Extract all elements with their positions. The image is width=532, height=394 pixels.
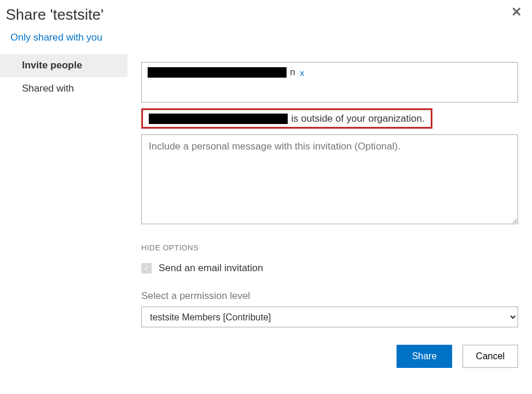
hide-options-toggle[interactable]: HIDE OPTIONS <box>141 243 518 252</box>
dialog-title: Share 'testsite' <box>6 6 104 24</box>
sidebar: Invite people Shared with <box>0 54 127 368</box>
permission-level-label: Select a permission level <box>141 290 518 302</box>
sidebar-item-invite[interactable]: Invite people <box>0 54 127 77</box>
email-invitation-label: Send an email invitation <box>159 262 263 274</box>
sidebar-item-shared-with[interactable]: Shared with <box>0 77 127 100</box>
share-status-link[interactable]: Only shared with you <box>10 32 102 43</box>
share-button[interactable]: Share <box>397 345 452 368</box>
permission-level-select[interactable]: testsite Members [Contribute] <box>141 307 518 327</box>
redacted-email <box>149 114 288 124</box>
button-row: Share Cancel <box>141 345 518 368</box>
content-panel: n x is outside of your organization. HID… <box>127 54 532 368</box>
people-picker[interactable]: n x <box>141 62 518 103</box>
redacted-name <box>148 67 287 78</box>
external-warning: is outside of your organization. <box>141 108 432 129</box>
email-invitation-row: ✓ Send an email invitation <box>141 262 518 274</box>
cancel-button[interactable]: Cancel <box>463 345 518 368</box>
warning-text: is outside of your organization. <box>291 113 425 125</box>
personal-message-input[interactable] <box>141 134 518 224</box>
people-chip: n x <box>148 67 304 78</box>
email-invitation-checkbox[interactable]: ✓ <box>141 263 152 273</box>
close-icon[interactable]: ✕ <box>511 6 522 19</box>
chip-suffix: n <box>290 67 295 78</box>
remove-chip-icon[interactable]: x <box>300 68 304 78</box>
check-icon: ✓ <box>144 264 149 272</box>
